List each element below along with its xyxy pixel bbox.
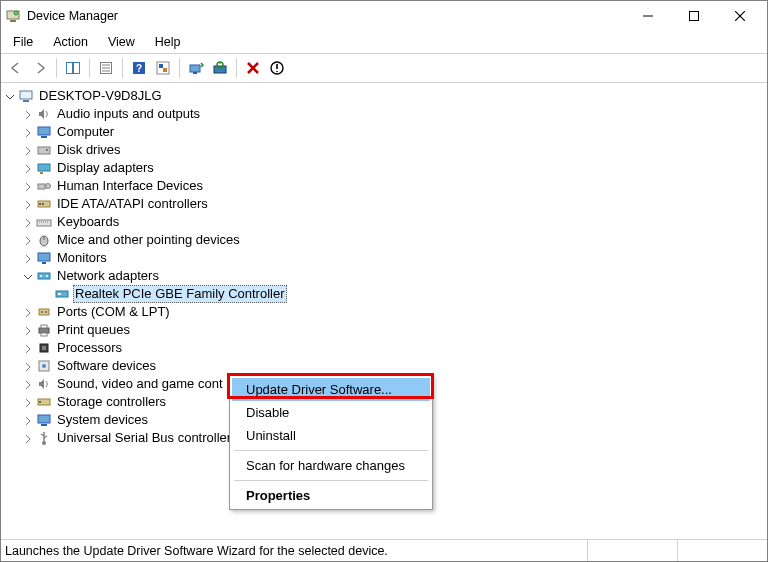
- svg-point-2: [14, 11, 18, 15]
- context-menu-disable[interactable]: Disable: [232, 401, 430, 424]
- tree-item-mice[interactable]: Mice and other pointing devices: [3, 231, 765, 249]
- expand-icon[interactable]: [21, 375, 35, 393]
- tree-item-label: Keyboards: [55, 213, 121, 231]
- toolbar-separator: [179, 58, 180, 78]
- expand-icon[interactable]: [21, 159, 35, 177]
- tree-item-label: Disk drives: [55, 141, 123, 159]
- tree-item-keyboards[interactable]: Keyboards: [3, 213, 765, 231]
- network-adapter-icon: [54, 286, 70, 302]
- svg-rect-37: [39, 203, 41, 205]
- svg-rect-61: [39, 401, 41, 403]
- expand-icon[interactable]: [21, 411, 35, 429]
- svg-rect-62: [38, 415, 50, 423]
- collapse-icon[interactable]: [3, 87, 17, 105]
- audio-icon: [36, 106, 52, 122]
- tree-item-label: Network adapters: [55, 267, 161, 285]
- keyboard-icon: [36, 214, 52, 230]
- expand-icon[interactable]: [21, 141, 35, 159]
- menu-action[interactable]: Action: [45, 33, 96, 51]
- tree-item-label: Human Interface Devices: [55, 177, 205, 195]
- expand-icon[interactable]: [21, 213, 35, 231]
- svg-rect-63: [41, 424, 47, 426]
- expand-icon[interactable]: [21, 321, 35, 339]
- tree-root-label: DESKTOP-V9D8JLG: [37, 87, 164, 105]
- expand-icon[interactable]: [21, 231, 35, 249]
- show-hidden-devices-button[interactable]: [152, 57, 174, 79]
- expand-icon[interactable]: [21, 339, 35, 357]
- close-button[interactable]: [717, 1, 763, 31]
- printer-icon: [36, 322, 52, 338]
- expand-icon[interactable]: [21, 105, 35, 123]
- svg-rect-30: [38, 147, 50, 154]
- tree-item-ports[interactable]: Ports (COM & LPT): [3, 303, 765, 321]
- network-icon: [36, 268, 52, 284]
- properties-button[interactable]: [95, 57, 117, 79]
- forward-button[interactable]: [29, 57, 51, 79]
- show-hide-tree-button[interactable]: [62, 57, 84, 79]
- tree-item-realtek[interactable]: Realtek PCIe GBE Family Controller: [3, 285, 765, 303]
- context-menu-properties[interactable]: Properties: [232, 484, 430, 507]
- tree-item-printqueues[interactable]: Print queues: [3, 321, 765, 339]
- expand-icon[interactable]: [21, 393, 35, 411]
- window-title: Device Manager: [27, 9, 625, 23]
- tree-item-display[interactable]: Display adapters: [3, 159, 765, 177]
- mouse-icon: [36, 232, 52, 248]
- svg-rect-43: [38, 253, 50, 261]
- expand-icon[interactable]: [21, 123, 35, 141]
- disable-button[interactable]: [266, 57, 288, 79]
- tree-item-network[interactable]: Network adapters: [3, 267, 765, 285]
- maximize-button[interactable]: [671, 1, 717, 31]
- tree-item-ide[interactable]: IDE ATA/ATAPI controllers: [3, 195, 765, 213]
- expand-icon[interactable]: [21, 303, 35, 321]
- tree-root[interactable]: DESKTOP-V9D8JLG: [3, 87, 765, 105]
- uninstall-button[interactable]: [242, 57, 264, 79]
- minimize-button[interactable]: [625, 1, 671, 31]
- tree-item-label: Monitors: [55, 249, 109, 267]
- tree-item-label: Audio inputs and outputs: [55, 105, 202, 123]
- tree-item-audio[interactable]: Audio inputs and outputs: [3, 105, 765, 123]
- svg-rect-19: [193, 72, 197, 74]
- expand-icon[interactable]: [21, 195, 35, 213]
- tree-item-label: Display adapters: [55, 159, 156, 177]
- tree-item-label: System devices: [55, 411, 150, 429]
- tree-item-hid[interactable]: Human Interface Devices: [3, 177, 765, 195]
- context-menu-separator: [234, 480, 428, 481]
- back-button[interactable]: [5, 57, 27, 79]
- update-driver-button[interactable]: [185, 57, 207, 79]
- svg-text:?: ?: [136, 63, 142, 74]
- tree-item-label: Print queues: [55, 321, 132, 339]
- context-menu-update-driver[interactable]: Update Driver Software...: [232, 378, 430, 401]
- context-menu-separator: [234, 450, 428, 451]
- menu-view[interactable]: View: [100, 33, 143, 51]
- svg-rect-44: [42, 262, 46, 264]
- help-button[interactable]: ?: [128, 57, 150, 79]
- collapse-icon[interactable]: [21, 267, 35, 285]
- svg-point-46: [40, 275, 42, 277]
- menu-file[interactable]: File: [5, 33, 41, 51]
- app-icon: [5, 8, 21, 24]
- toolbar-separator: [56, 58, 57, 78]
- svg-rect-48: [56, 291, 68, 297]
- svg-rect-28: [38, 127, 50, 135]
- toolbar-separator: [89, 58, 90, 78]
- tree-item-disk[interactable]: Disk drives: [3, 141, 765, 159]
- expand-icon[interactable]: [21, 177, 35, 195]
- svg-rect-57: [42, 346, 46, 350]
- tree-item-label: Ports (COM & LPT): [55, 303, 172, 321]
- expand-icon[interactable]: [21, 249, 35, 267]
- expand-icon[interactable]: [21, 357, 35, 375]
- expand-icon[interactable]: [21, 429, 35, 447]
- tree-item-processors[interactable]: Processors: [3, 339, 765, 357]
- tree-item-computer[interactable]: Computer: [3, 123, 765, 141]
- menu-help[interactable]: Help: [147, 33, 189, 51]
- svg-point-51: [41, 311, 43, 313]
- tree-item-software-devices[interactable]: Software devices: [3, 357, 765, 375]
- context-menu-scan[interactable]: Scan for hardware changes: [232, 454, 430, 477]
- computer-icon: [18, 88, 34, 104]
- context-menu-uninstall[interactable]: Uninstall: [232, 424, 430, 447]
- device-tree-pane[interactable]: DESKTOP-V9D8JLG Audio inputs and outputs…: [1, 83, 767, 539]
- svg-rect-38: [42, 203, 44, 205]
- tree-item-monitors[interactable]: Monitors: [3, 249, 765, 267]
- svg-rect-39: [37, 220, 51, 226]
- scan-hardware-button[interactable]: [209, 57, 231, 79]
